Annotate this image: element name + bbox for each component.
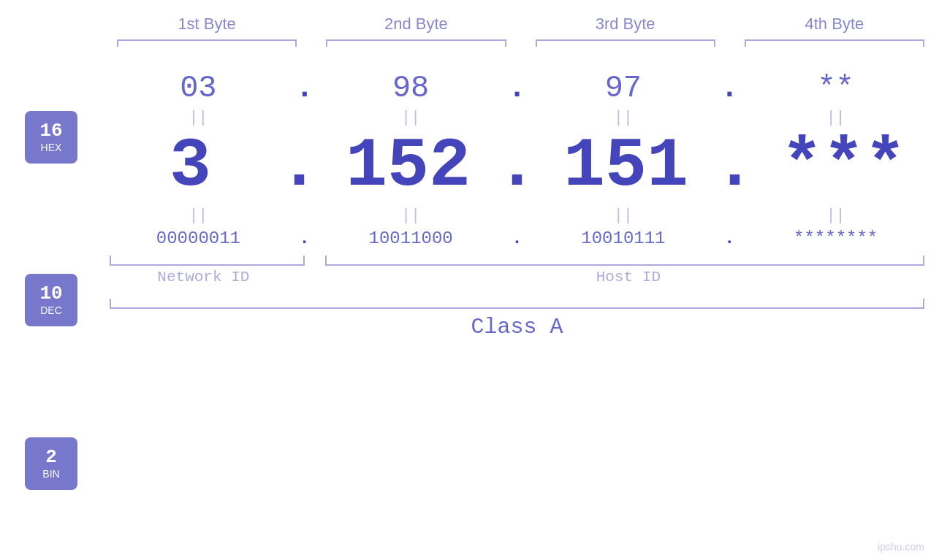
hex-byte3: 97 [528,70,720,107]
watermark: ipshu.com [878,541,924,553]
bin-sep3: . [719,227,740,250]
eq2-b4: || [740,207,932,225]
hex-badge-number: 16 [39,121,62,140]
dec-badge-number: 10 [39,284,62,303]
eq1-b2: || [315,109,507,127]
eq2-b2: || [315,207,507,225]
hex-sep1: . [294,70,315,107]
hex-byte2: 98 [315,70,507,107]
byte3-header: 3rd Byte [521,15,730,34]
equals-row1: || || || || [102,107,932,129]
bin-badge-number: 2 [45,448,57,467]
eq1-b4: || [740,109,932,127]
dec-sep3: . [714,129,756,205]
bin-byte3: 10010111 [528,227,720,250]
main-container: 1st Byte 2nd Byte 3rd Byte 4th Byte 16 H… [0,0,939,560]
hex-byte1: 03 [102,70,294,107]
bin-byte4: ******** [740,227,932,250]
bracket-byte3 [521,39,730,48]
bin-badge-label: BIN [42,468,59,480]
dec-byte1: 3 [102,129,278,205]
bin-row: 00000011 . 10011000 . 10010111 . *******… [102,227,932,250]
dec-badge: 10 DEC [25,274,77,326]
dec-badge-label: DEC [40,304,62,316]
hex-sep2: . [507,70,528,107]
bin-byte1: 00000011 [102,227,294,250]
bracket-byte4 [730,39,939,48]
hex-badge-label: HEX [41,142,62,153]
network-id-label: Network ID [102,269,305,285]
byte2-header: 2nd Byte [311,15,520,34]
eq2-b1: || [102,207,294,225]
bracket-byte1 [102,39,311,48]
hex-sep3: . [719,70,740,107]
class-label: Class A [102,315,932,340]
hex-badge: 16 HEX [25,111,77,164]
eq1-b1: || [102,109,294,127]
dec-sep2: . [496,129,538,205]
bin-sep2: . [507,227,528,250]
bin-sep1: . [294,227,315,250]
byte4-header: 4th Byte [730,15,939,34]
dec-byte2: 152 [320,129,496,205]
equals-row2: || || || || [102,205,932,227]
host-id-label: Host ID [325,269,932,285]
bracket-byte2 [311,39,520,48]
bin-byte2: 10011000 [315,227,507,250]
dec-row: 3 . 152 . 151 . *** [102,129,932,205]
dec-byte4: *** [756,129,932,205]
eq2-b3: || [528,207,720,225]
byte1-header: 1st Byte [102,15,311,34]
hex-row: 03 . 98 . 97 . ** [102,70,932,107]
dec-byte3: 151 [538,129,714,205]
hex-byte4: ** [740,70,932,107]
dec-sep1: . [278,129,320,205]
labels-column: 16 HEX 10 DEC 2 BIN [0,63,102,560]
eq1-b3: || [528,109,720,127]
bin-badge: 2 BIN [25,437,77,490]
